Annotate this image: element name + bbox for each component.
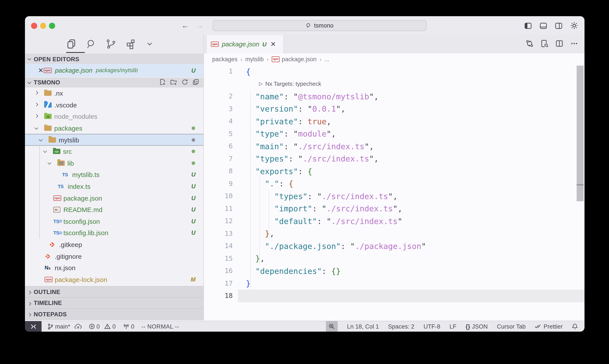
tree-item-label: .gitkeep [59, 241, 82, 248]
tree-item-readme-md[interactable]: M↓README.mdU [25, 204, 203, 215]
close-editor-icon[interactable]: ✕ [38, 66, 43, 74]
formatter-item[interactable]: Prettier [535, 323, 563, 330]
minimize-window-button[interactable] [40, 23, 46, 29]
folder-src-icon: </> [53, 149, 60, 154]
tree-item-package-lock-json[interactable]: npmpackage-lock.jsonM [25, 274, 203, 285]
code-line-2[interactable]: 2 "name": "@tsmono/mytslib", [204, 90, 584, 103]
tree-item-tsconfig-json[interactable]: TStsconfig.jsonU [25, 215, 203, 227]
problems-item[interactable]: 0 0 [89, 323, 116, 330]
remote-indicator[interactable] [25, 321, 41, 332]
tree-item--gitignore[interactable]: .gitignore [25, 250, 203, 262]
outline-header[interactable]: OUTLINE [25, 286, 203, 297]
tree-item-mytslib[interactable]: mytslib [25, 134, 203, 146]
tree-item--nx[interactable]: .nx [25, 88, 203, 99]
settings-gear-icon[interactable] [570, 21, 578, 30]
code-text: }, [246, 254, 265, 263]
code-line-4[interactable]: 4 "private": true, [204, 115, 584, 128]
code-line-9[interactable]: 9 ".": { [204, 177, 584, 190]
explorer-icon[interactable] [66, 38, 77, 51]
navigate-back-icon[interactable]: ← [181, 22, 189, 29]
open-changes-icon[interactable] [525, 39, 534, 49]
chevron-down-icon[interactable] [145, 39, 155, 50]
encoding-setting[interactable]: UTF-8 [424, 323, 440, 330]
collapse-all-icon[interactable] [193, 78, 199, 86]
codelens-nx-targets[interactable]: ▷Nx Targets: typecheck [259, 81, 321, 87]
search-editor-icon[interactable] [540, 39, 549, 49]
code-editor[interactable]: 1{▷Nx Targets: typecheck2 "name": "@tsmo… [204, 65, 584, 321]
open-editor-item[interactable]: ✕ npm package.json packages/mytslib U [25, 64, 203, 77]
code-line-1[interactable]: 1{ [204, 65, 584, 78]
eol-setting[interactable]: LF [450, 323, 456, 330]
tree-item-packages[interactable]: packages [25, 122, 203, 134]
code-line-14[interactable]: 14 "./package.json": "./package.json" [204, 240, 584, 252]
tree-item-lib[interactable]: lib [25, 157, 203, 169]
npm-icon: npm [53, 195, 61, 201]
toggle-primary-sidebar-icon[interactable] [524, 22, 532, 29]
tree-item-node-modules[interactable]: JSnode_modules [25, 111, 203, 122]
tree-item-package-json[interactable]: npmpackage.jsonU [25, 192, 203, 204]
breadcrumb-item[interactable]: ... [324, 56, 329, 63]
navigate-forward-icon[interactable]: → [196, 22, 203, 29]
language-mode[interactable]: {} JSON [466, 323, 488, 330]
toggle-secondary-sidebar-icon[interactable] [555, 22, 563, 29]
more-actions-icon[interactable] [570, 39, 578, 49]
search-panel-icon[interactable] [86, 38, 97, 51]
git-status-badge: U [191, 67, 196, 74]
breadcrumb-item[interactable]: packages [212, 56, 238, 63]
tab-package-json[interactable]: npm package.json U ✕ [206, 35, 284, 53]
breadcrumb-item[interactable]: npmpackage.json [272, 56, 317, 63]
close-window-button[interactable] [31, 23, 37, 29]
code-line-10[interactable]: 10 "types": "./src/index.ts", [204, 190, 584, 202]
git-branch-item[interactable]: main* [47, 323, 82, 330]
code-line-8[interactable]: 8 "exports": { [204, 165, 584, 177]
code-line-6[interactable]: 6 "main": "./src/index.ts", [204, 140, 584, 153]
code-text: "types": "./src/index.ts", [246, 192, 398, 201]
extensions-icon[interactable] [125, 38, 136, 51]
command-center-search[interactable]: tsmono [213, 20, 427, 31]
code-line-18[interactable]: 18 [204, 290, 584, 302]
source-control-icon[interactable] [105, 38, 116, 51]
editor-scrollbar[interactable] [577, 66, 584, 201]
code-text: } [246, 279, 251, 288]
git-status-badge: U [191, 171, 196, 178]
code-line-12[interactable]: 12 "default": "./src/index.ts" [204, 215, 584, 227]
code-line-7[interactable]: 7 "types": "./src/index.ts", [204, 153, 584, 165]
zoom-window-button[interactable] [49, 23, 55, 29]
timeline-header[interactable]: TIMELINE [25, 297, 203, 308]
tree-item-tsconfig-lib-json[interactable]: TStsconfig.lib.jsonU [25, 227, 203, 239]
tree-item--gitkeep[interactable]: .gitkeep [25, 239, 203, 250]
new-file-icon[interactable] [159, 78, 166, 86]
zoom-indicator[interactable] [326, 321, 338, 332]
new-folder-icon[interactable] [170, 78, 177, 86]
notifications-bell-icon[interactable] [572, 323, 578, 330]
tree-item-label: .vscode [54, 101, 77, 109]
toggle-panel-icon[interactable] [539, 22, 547, 29]
notepads-header[interactable]: NOTEPADS [25, 308, 203, 320]
tree-item-src[interactable]: </>src [25, 146, 203, 157]
cursor-tab-toggle[interactable]: Cursor Tab [497, 323, 526, 330]
line-number: 18 [204, 292, 233, 300]
sync-cloud-icon[interactable] [74, 323, 82, 329]
split-editor-icon[interactable] [555, 39, 563, 49]
git-change-dot [192, 150, 195, 153]
ports-item[interactable]: 0 [123, 323, 134, 330]
code-line-15[interactable]: 15 }, [204, 252, 584, 265]
cursor-position[interactable]: Ln 18, Col 1 [347, 323, 379, 330]
code-line-5[interactable]: 5 "type": "module", [204, 128, 584, 140]
close-tab-icon[interactable]: ✕ [270, 40, 276, 48]
tree-item-index-ts[interactable]: TSindex.tsU [25, 181, 203, 192]
tree-item-nx-json[interactable]: Nxnx.json [25, 262, 203, 274]
indentation-setting[interactable]: Spaces: 2 [388, 323, 414, 330]
code-line-11[interactable]: 11 "import": "./src/index.ts", [204, 202, 584, 215]
code-line-17[interactable]: 17} [204, 277, 584, 290]
code-line-13[interactable]: 13 }, [204, 227, 584, 240]
breadcrumb-item[interactable]: mytslib [246, 56, 264, 63]
open-editors-header[interactable]: OPEN EDITORS [25, 54, 203, 64]
refresh-icon[interactable] [181, 78, 188, 86]
workspace-header[interactable]: TSMONO [25, 78, 203, 88]
git-change-dot [192, 126, 195, 130]
tree-item--vscode[interactable]: .vscode [25, 99, 203, 111]
code-line-3[interactable]: 3 "version": "0.0.1", [204, 103, 584, 115]
tree-item-mytslib-ts[interactable]: TSmytslib.tsU [25, 169, 203, 181]
code-line-16[interactable]: 16 "dependencies": {} [204, 265, 584, 277]
